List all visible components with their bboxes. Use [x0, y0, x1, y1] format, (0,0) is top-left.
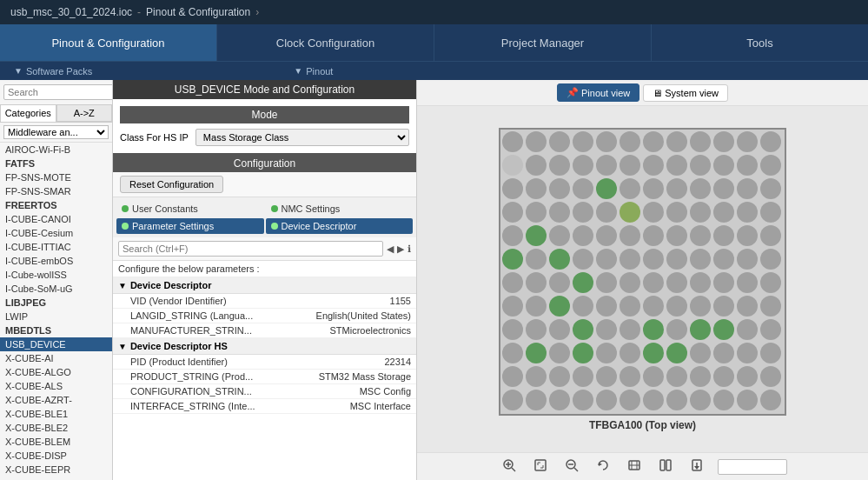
bga-cell — [713, 155, 734, 176]
sidebar-item[interactable]: X-CUBE-AZRT- — [0, 393, 112, 407]
bga-cell — [526, 155, 547, 176]
bga-cell — [502, 272, 523, 293]
bga-cell — [760, 366, 781, 387]
sidebar-item[interactable]: FP-SNS-SMAR — [0, 184, 112, 198]
sidebar-item[interactable]: I-Cube-SoM-uG — [0, 282, 112, 296]
right-panel: 📌 Pinout view 🖥 System view TFBGA100 (To… — [417, 80, 868, 480]
bga-cell — [526, 343, 547, 363]
bga-cell — [620, 343, 640, 363]
bga-cell — [713, 225, 734, 246]
bga-cell — [643, 155, 664, 176]
bga-cell — [690, 202, 711, 223]
fit-button[interactable] — [530, 457, 551, 477]
schematic-button[interactable] — [624, 457, 645, 477]
bga-cell — [596, 202, 617, 223]
sidebar-item[interactable]: I-CUBE-Cesium — [0, 226, 112, 240]
sidebar-item[interactable]: I-Cube-wolISS — [0, 268, 112, 282]
bga-cell — [502, 366, 523, 387]
bga-cell — [643, 178, 664, 199]
subnav-software-packs[interactable]: ▼ Software Packs — [0, 62, 106, 80]
sidebar-item[interactable]: X-CUBE-EEPR — [0, 463, 112, 477]
param-interface-string: INTERFACE_STRING (Inte... MSC Interface — [113, 399, 416, 414]
bga-cell — [737, 296, 758, 317]
sidebar-item[interactable]: FREERTOS — [0, 198, 112, 212]
sidebar-item[interactable]: I-CUBE-embOS — [0, 254, 112, 268]
zoom-in-button[interactable] — [499, 457, 520, 477]
sidebar-item[interactable]: FP-SNS-MOTE — [0, 170, 112, 184]
sidebar-item[interactable]: X-CUBE-DISP — [0, 449, 112, 463]
rotate-button[interactable] — [593, 457, 613, 477]
tab-device-descriptor[interactable]: Device Descriptor — [266, 218, 414, 234]
tab-user-constants[interactable]: User Constants — [116, 201, 264, 217]
sidebar-tab-categories[interactable]: Categories — [0, 104, 56, 122]
bga-cell — [760, 225, 781, 246]
sidebar-item[interactable]: X-CUBE-AI — [0, 351, 112, 365]
columns-button[interactable] — [655, 457, 676, 477]
tab-clock-config[interactable]: Clock Configuration — [217, 24, 434, 61]
sidebar-item[interactable]: AIROC-Wi-Fi-B — [0, 143, 112, 157]
tab-project-manager[interactable]: Project Manager — [434, 24, 652, 61]
pinout-view-tab[interactable]: 📌 Pinout view — [557, 83, 639, 102]
sidebar-item[interactable]: I-CUBE-ITTIAC — [0, 240, 112, 254]
bga-cell — [666, 131, 687, 152]
reset-configuration-button[interactable]: Reset Configuration — [120, 176, 223, 193]
chip-title: TFBGA100 (Top view) — [589, 419, 696, 431]
bga-cell — [573, 319, 593, 340]
sidebar-item[interactable]: FATFS — [0, 157, 112, 170]
bga-cell — [643, 390, 664, 410]
sidebar-item[interactable]: USB_DEVICE — [0, 337, 112, 351]
bga-cell — [666, 343, 687, 363]
bga-cell — [713, 343, 734, 363]
zoom-out-button[interactable] — [561, 457, 582, 477]
title-bar: usb_msc_30_01_2024.ioc - Pinout & Config… — [0, 0, 868, 24]
bga-cell — [690, 178, 711, 199]
sidebar-search-input[interactable] — [3, 84, 113, 100]
sidebar: ⚙ Categories A->Z Middleware an... AIROC… — [0, 80, 113, 480]
sidebar-item[interactable]: X-CUBE-ALGO — [0, 365, 112, 379]
bga-cell — [666, 390, 687, 410]
bga-cell — [573, 366, 593, 387]
sidebar-item[interactable]: X-CUBE-GNSS — [0, 477, 112, 480]
sidebar-category-select[interactable]: Middleware an... — [3, 125, 109, 139]
sidebar-item[interactable]: X-CUBE-BLEM — [0, 435, 112, 449]
sidebar-item[interactable]: LIBJPEG — [0, 296, 112, 310]
param-langid: LANGID_STRING (Langua... English(United … — [113, 309, 416, 323]
sidebar-item[interactable]: X-CUBE-ALS — [0, 379, 112, 393]
mode-select[interactable]: Mass Storage ClassCDCHIDNone — [195, 129, 409, 146]
bga-cell — [573, 202, 593, 223]
system-view-tab[interactable]: 🖥 System view — [643, 84, 728, 102]
sidebar-tab-az[interactable]: A->Z — [56, 104, 113, 122]
subnav-pinout[interactable]: ▼ Pinout — [280, 62, 347, 80]
prev-result-button[interactable]: ◀ — [387, 243, 394, 255]
tab-pinout-config[interactable]: Pinout & Configuration — [0, 24, 217, 61]
info-button[interactable]: ℹ — [407, 243, 411, 255]
device-descriptor-hs-group-header[interactable]: ▼ Device Descriptor HS — [113, 338, 416, 355]
bga-chip-grid — [499, 128, 786, 416]
device-descriptor-group-header[interactable]: ▼ Device Descriptor — [113, 277, 416, 294]
bga-cell — [760, 131, 781, 152]
export-button[interactable] — [686, 457, 707, 477]
sidebar-item[interactable]: X-CUBE-BLE2 — [0, 421, 112, 435]
next-result-button[interactable]: ▶ — [397, 243, 404, 255]
chevron-down-icon-hs: ▼ — [118, 342, 127, 351]
config-search-input[interactable] — [118, 241, 383, 257]
tab-nmc-settings[interactable]: NMC Settings — [266, 201, 414, 217]
bga-cell — [666, 272, 687, 293]
chip-search-area — [718, 459, 787, 475]
sidebar-item[interactable]: X-CUBE-BLE1 — [0, 407, 112, 421]
sidebar-item[interactable]: I-CUBE-CANOI — [0, 212, 112, 226]
panel-header: USB_DEVICE Mode and Configuration — [113, 80, 416, 99]
bga-cell — [620, 272, 640, 293]
bga-cell — [737, 366, 758, 387]
sidebar-item[interactable]: MBEDTLS — [0, 323, 112, 337]
chip-search-input[interactable] — [718, 459, 787, 475]
bga-cell — [502, 225, 523, 246]
bga-cell — [666, 319, 687, 340]
bga-cell — [620, 319, 640, 340]
tab-parameter-settings[interactable]: Parameter Settings — [116, 218, 264, 234]
tab-tools[interactable]: Tools — [652, 24, 868, 61]
bga-cell — [526, 272, 547, 293]
sidebar-item[interactable]: LWIP — [0, 310, 112, 323]
bga-cell — [713, 319, 734, 340]
param-vid: VID (Vendor IDentifier) 1155 — [113, 294, 416, 309]
